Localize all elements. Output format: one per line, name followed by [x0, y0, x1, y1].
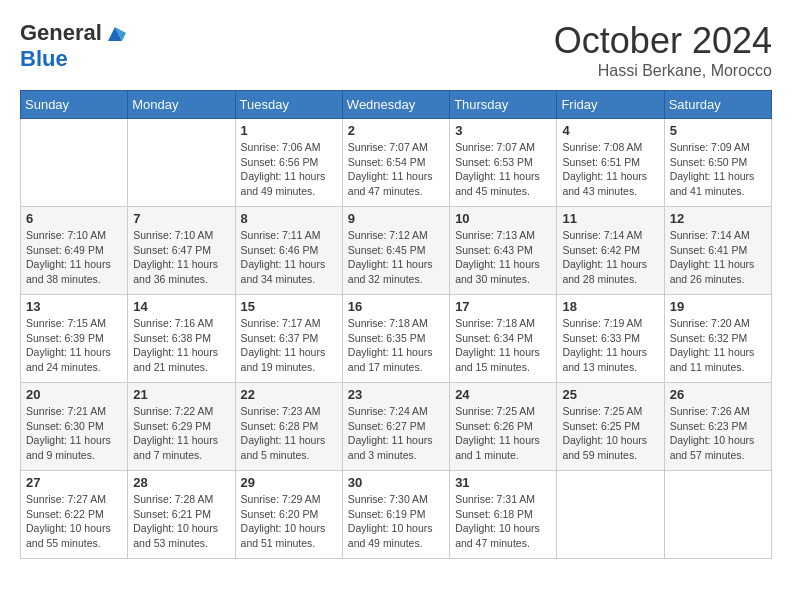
calendar-cell: 27Sunrise: 7:27 AM Sunset: 6:22 PM Dayli…: [21, 471, 128, 559]
day-number: 2: [348, 123, 444, 138]
day-info: Sunrise: 7:18 AM Sunset: 6:35 PM Dayligh…: [348, 316, 444, 375]
day-number: 30: [348, 475, 444, 490]
day-number: 28: [133, 475, 229, 490]
day-number: 29: [241, 475, 337, 490]
calendar-cell: 23Sunrise: 7:24 AM Sunset: 6:27 PM Dayli…: [342, 383, 449, 471]
day-info: Sunrise: 7:23 AM Sunset: 6:28 PM Dayligh…: [241, 404, 337, 463]
weekday-header-thursday: Thursday: [450, 91, 557, 119]
weekday-header-sunday: Sunday: [21, 91, 128, 119]
calendar-cell: 14Sunrise: 7:16 AM Sunset: 6:38 PM Dayli…: [128, 295, 235, 383]
calendar-cell: [557, 471, 664, 559]
calendar-cell: 25Sunrise: 7:25 AM Sunset: 6:25 PM Dayli…: [557, 383, 664, 471]
calendar-cell: [128, 119, 235, 207]
calendar-cell: 18Sunrise: 7:19 AM Sunset: 6:33 PM Dayli…: [557, 295, 664, 383]
calendar-cell: 2Sunrise: 7:07 AM Sunset: 6:54 PM Daylig…: [342, 119, 449, 207]
day-info: Sunrise: 7:26 AM Sunset: 6:23 PM Dayligh…: [670, 404, 766, 463]
day-number: 15: [241, 299, 337, 314]
location-text: Hassi Berkane, Morocco: [554, 62, 772, 80]
day-number: 7: [133, 211, 229, 226]
day-info: Sunrise: 7:14 AM Sunset: 6:41 PM Dayligh…: [670, 228, 766, 287]
weekday-header-wednesday: Wednesday: [342, 91, 449, 119]
day-number: 19: [670, 299, 766, 314]
day-info: Sunrise: 7:11 AM Sunset: 6:46 PM Dayligh…: [241, 228, 337, 287]
calendar-table: SundayMondayTuesdayWednesdayThursdayFrid…: [20, 90, 772, 559]
day-number: 1: [241, 123, 337, 138]
day-number: 12: [670, 211, 766, 226]
calendar-cell: [21, 119, 128, 207]
calendar-cell: 1Sunrise: 7:06 AM Sunset: 6:56 PM Daylig…: [235, 119, 342, 207]
day-info: Sunrise: 7:20 AM Sunset: 6:32 PM Dayligh…: [670, 316, 766, 375]
calendar-cell: 19Sunrise: 7:20 AM Sunset: 6:32 PM Dayli…: [664, 295, 771, 383]
calendar-week-row: 20Sunrise: 7:21 AM Sunset: 6:30 PM Dayli…: [21, 383, 772, 471]
day-number: 14: [133, 299, 229, 314]
day-number: 18: [562, 299, 658, 314]
day-number: 8: [241, 211, 337, 226]
calendar-cell: 30Sunrise: 7:30 AM Sunset: 6:19 PM Dayli…: [342, 471, 449, 559]
page-header: General Blue October 2024 Hassi Berkane,…: [20, 20, 772, 80]
calendar-cell: 3Sunrise: 7:07 AM Sunset: 6:53 PM Daylig…: [450, 119, 557, 207]
calendar-cell: 4Sunrise: 7:08 AM Sunset: 6:51 PM Daylig…: [557, 119, 664, 207]
day-number: 5: [670, 123, 766, 138]
day-number: 13: [26, 299, 122, 314]
weekday-header-saturday: Saturday: [664, 91, 771, 119]
day-info: Sunrise: 7:21 AM Sunset: 6:30 PM Dayligh…: [26, 404, 122, 463]
calendar-cell: 16Sunrise: 7:18 AM Sunset: 6:35 PM Dayli…: [342, 295, 449, 383]
day-number: 10: [455, 211, 551, 226]
day-number: 17: [455, 299, 551, 314]
day-info: Sunrise: 7:18 AM Sunset: 6:34 PM Dayligh…: [455, 316, 551, 375]
day-info: Sunrise: 7:12 AM Sunset: 6:45 PM Dayligh…: [348, 228, 444, 287]
day-info: Sunrise: 7:07 AM Sunset: 6:54 PM Dayligh…: [348, 140, 444, 199]
day-number: 11: [562, 211, 658, 226]
day-number: 6: [26, 211, 122, 226]
calendar-cell: 26Sunrise: 7:26 AM Sunset: 6:23 PM Dayli…: [664, 383, 771, 471]
day-info: Sunrise: 7:31 AM Sunset: 6:18 PM Dayligh…: [455, 492, 551, 551]
weekday-header-tuesday: Tuesday: [235, 91, 342, 119]
calendar-cell: 22Sunrise: 7:23 AM Sunset: 6:28 PM Dayli…: [235, 383, 342, 471]
day-number: 25: [562, 387, 658, 402]
calendar-cell: 28Sunrise: 7:28 AM Sunset: 6:21 PM Dayli…: [128, 471, 235, 559]
calendar-week-row: 6Sunrise: 7:10 AM Sunset: 6:49 PM Daylig…: [21, 207, 772, 295]
day-info: Sunrise: 7:14 AM Sunset: 6:42 PM Dayligh…: [562, 228, 658, 287]
logo: General Blue: [20, 20, 126, 72]
logo-blue-text: Blue: [20, 46, 68, 72]
calendar-cell: 29Sunrise: 7:29 AM Sunset: 6:20 PM Dayli…: [235, 471, 342, 559]
logo-icon: [104, 23, 126, 45]
calendar-cell: 20Sunrise: 7:21 AM Sunset: 6:30 PM Dayli…: [21, 383, 128, 471]
calendar-week-row: 1Sunrise: 7:06 AM Sunset: 6:56 PM Daylig…: [21, 119, 772, 207]
calendar-cell: 21Sunrise: 7:22 AM Sunset: 6:29 PM Dayli…: [128, 383, 235, 471]
day-info: Sunrise: 7:27 AM Sunset: 6:22 PM Dayligh…: [26, 492, 122, 551]
calendar-cell: [664, 471, 771, 559]
calendar-cell: 7Sunrise: 7:10 AM Sunset: 6:47 PM Daylig…: [128, 207, 235, 295]
day-info: Sunrise: 7:28 AM Sunset: 6:21 PM Dayligh…: [133, 492, 229, 551]
day-info: Sunrise: 7:24 AM Sunset: 6:27 PM Dayligh…: [348, 404, 444, 463]
day-info: Sunrise: 7:16 AM Sunset: 6:38 PM Dayligh…: [133, 316, 229, 375]
calendar-cell: 12Sunrise: 7:14 AM Sunset: 6:41 PM Dayli…: [664, 207, 771, 295]
logo-general-text: General: [20, 20, 102, 46]
day-info: Sunrise: 7:13 AM Sunset: 6:43 PM Dayligh…: [455, 228, 551, 287]
day-info: Sunrise: 7:10 AM Sunset: 6:49 PM Dayligh…: [26, 228, 122, 287]
day-number: 31: [455, 475, 551, 490]
calendar-cell: 9Sunrise: 7:12 AM Sunset: 6:45 PM Daylig…: [342, 207, 449, 295]
calendar-cell: 15Sunrise: 7:17 AM Sunset: 6:37 PM Dayli…: [235, 295, 342, 383]
calendar-week-row: 27Sunrise: 7:27 AM Sunset: 6:22 PM Dayli…: [21, 471, 772, 559]
day-info: Sunrise: 7:15 AM Sunset: 6:39 PM Dayligh…: [26, 316, 122, 375]
calendar-cell: 8Sunrise: 7:11 AM Sunset: 6:46 PM Daylig…: [235, 207, 342, 295]
calendar-cell: 10Sunrise: 7:13 AM Sunset: 6:43 PM Dayli…: [450, 207, 557, 295]
calendar-cell: 17Sunrise: 7:18 AM Sunset: 6:34 PM Dayli…: [450, 295, 557, 383]
day-number: 24: [455, 387, 551, 402]
day-info: Sunrise: 7:09 AM Sunset: 6:50 PM Dayligh…: [670, 140, 766, 199]
calendar-cell: 11Sunrise: 7:14 AM Sunset: 6:42 PM Dayli…: [557, 207, 664, 295]
calendar-header-row: SundayMondayTuesdayWednesdayThursdayFrid…: [21, 91, 772, 119]
calendar-cell: 6Sunrise: 7:10 AM Sunset: 6:49 PM Daylig…: [21, 207, 128, 295]
day-info: Sunrise: 7:10 AM Sunset: 6:47 PM Dayligh…: [133, 228, 229, 287]
day-info: Sunrise: 7:29 AM Sunset: 6:20 PM Dayligh…: [241, 492, 337, 551]
day-info: Sunrise: 7:17 AM Sunset: 6:37 PM Dayligh…: [241, 316, 337, 375]
weekday-header-monday: Monday: [128, 91, 235, 119]
title-block: October 2024 Hassi Berkane, Morocco: [554, 20, 772, 80]
day-info: Sunrise: 7:08 AM Sunset: 6:51 PM Dayligh…: [562, 140, 658, 199]
day-number: 21: [133, 387, 229, 402]
calendar-week-row: 13Sunrise: 7:15 AM Sunset: 6:39 PM Dayli…: [21, 295, 772, 383]
day-number: 4: [562, 123, 658, 138]
day-number: 23: [348, 387, 444, 402]
day-number: 27: [26, 475, 122, 490]
